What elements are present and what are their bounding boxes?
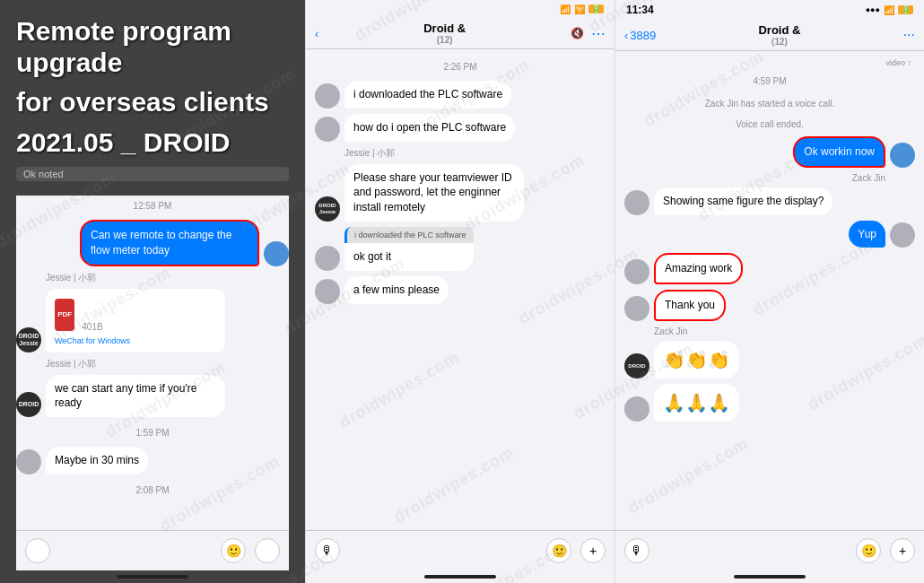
chat-area-3: video ↑ 4:59 PM Zack Jin has started a v…	[615, 51, 924, 530]
emoji-button-3[interactable]: 🙂	[856, 538, 881, 563]
bubble-emoji-2: 🙏🙏🙏	[654, 384, 739, 422]
nav-title-3: Droid & (12)	[661, 23, 897, 47]
input-bar-2: 🎙 🙂 +	[306, 530, 615, 570]
voice-call-started: Zack Jin has started a voice call.	[624, 99, 915, 109]
message-row-3: Maybe in 30 mins	[16, 447, 289, 474]
timestamp-right-1: 4:59 PM	[624, 76, 915, 86]
msg-row-right-2: Showing same figure the display?	[624, 187, 915, 215]
sent-bubble-highlight: Can we remote to change the flow meter t…	[80, 220, 259, 266]
avatar-mid-3	[315, 246, 340, 271]
sender-label: Jessie | 小郭	[46, 272, 289, 284]
quoted-text: i downloaded the PLC software	[344, 227, 474, 243]
status-bar-3: 11:34 ●●● 📶 🔋	[615, 0, 924, 20]
avatar	[264, 241, 289, 266]
bubble-mid-3: Please share your teamviewer ID and pass…	[344, 164, 524, 222]
status-bar-2: 📶🛜🔋	[306, 0, 615, 18]
nav-title-2: Droid & (12)	[324, 22, 565, 45]
quoted-bubble-container: i downloaded the PLC software ok got it	[344, 227, 474, 271]
time-3: 11:34	[626, 4, 654, 16]
phone-panel-3: 11:34 ●●● 📶 🔋 ‹ 3889 Droid & (12) ··· vi…	[615, 0, 924, 583]
mic-button[interactable]: 🎙	[25, 538, 50, 563]
status-icons-2: 📶🛜🔋	[560, 4, 604, 14]
nav-back-2[interactable]: ‹	[315, 27, 318, 40]
avatar-right-2	[624, 190, 649, 215]
nav-back-3[interactable]: ‹ 3889	[624, 29, 656, 42]
avatar-mid-5	[315, 279, 340, 304]
bubble-right-4: Amazing work	[654, 253, 743, 284]
message-row-2: DROID we can start any time if you're re…	[16, 375, 289, 418]
input-bar-3: 🎙 🙂 +	[615, 530, 924, 570]
avatar-mid-1	[315, 83, 340, 109]
bubble-right-3: Yup	[849, 221, 885, 248]
home-indicator-1	[16, 570, 289, 583]
video-label: video ↑	[624, 58, 915, 67]
home-bar	[117, 575, 188, 579]
msg-row-right-4: Amazing work	[624, 253, 915, 284]
emoji-button[interactable]: 🙂	[221, 538, 246, 563]
avatar-right-4	[624, 259, 649, 284]
msg-row-mid-3: DROIDJessie Please share your teamviewer…	[315, 164, 606, 222]
add-button-3[interactable]: +	[890, 538, 915, 563]
bubble-right-5: Thank you	[654, 290, 726, 321]
add-button-2[interactable]: +	[580, 538, 606, 563]
msg-row-right-3: Yup	[624, 221, 915, 248]
timestamp-3: 2:08 PM	[16, 485, 289, 495]
home-indicator-2	[306, 570, 615, 583]
msg-row-mid-quote: i downloaded the PLC software ok got it	[315, 227, 606, 271]
bubble-right-1: Ok workin now	[793, 136, 885, 168]
bubble-mid-5: a few mins please	[344, 276, 449, 304]
timestamp-2: 1:59 PM	[16, 428, 289, 438]
input-bar-1: 🎙 🙂 +	[16, 530, 289, 570]
file-info: Steps of Remote Control A...tance 2.pdf …	[82, 296, 216, 334]
msg-row-right-1: Ok workin now	[624, 136, 915, 168]
avatar-right-5	[624, 296, 649, 321]
nav-bar-2: ‹ Droid & (12) 🔇 ⋯	[306, 18, 615, 49]
page-title-3: 2021.05 _ DROID	[16, 127, 289, 159]
message-row: Can we remote to change the flow meter t…	[16, 220, 289, 266]
title-panel: Remote program upgrade for overseas clie…	[0, 0, 305, 583]
sender-label-2: Jessie | 小郭	[46, 358, 289, 370]
file-source: WeChat for Windows	[55, 336, 216, 345]
avatar-mid-2	[315, 117, 340, 142]
bubble-emoji-1: 👏👏👏	[654, 341, 739, 379]
mic-button-3[interactable]: 🎙	[624, 538, 649, 563]
nav-bar-3: ‹ 3889 Droid & (12) ···	[615, 20, 924, 51]
avatar-droid-2: DROID	[16, 392, 41, 417]
msg-row-right-5: Thank you	[624, 290, 915, 321]
file-bubble: PDF Steps of Remote Control A...tance 2.…	[46, 289, 225, 352]
emoji-button-2[interactable]: 🙂	[546, 538, 571, 563]
chat-area-2: 2:26 PM i downloaded the PLC software ho…	[306, 49, 615, 530]
timestamp-mid-1: 2:26 PM	[315, 62, 606, 72]
voice-call-ended: Voice call ended.	[624, 119, 915, 129]
home-indicator-3	[615, 570, 924, 583]
page-title: Remote program upgrade	[16, 16, 289, 78]
home-bar-3	[734, 575, 806, 579]
file-row: DROIDJessie PDF Steps of Remote Control …	[16, 289, 289, 352]
emoji-text-1: 👏👏👏	[663, 350, 730, 370]
add-button[interactable]: +	[255, 538, 280, 563]
emoji-text-2: 🙏🙏🙏	[663, 393, 730, 413]
mic-button-2[interactable]: 🎙	[315, 538, 340, 563]
bubble-mid-4: ok got it	[344, 243, 474, 271]
avatar-right-3	[890, 222, 915, 248]
pdf-icon: PDF	[55, 299, 74, 331]
status-icons-3: ●●● 📶 🔋	[866, 5, 913, 15]
received-bubble-2: Maybe in 30 mins	[46, 447, 148, 474]
avatar-user	[16, 449, 41, 474]
avatar-right-1	[890, 143, 915, 168]
timestamp-1: 12:58 PM	[16, 201, 289, 211]
avatar-droid-r: DROID	[624, 353, 649, 379]
msg-row-emoji-1: DROID 👏👏👏	[624, 341, 915, 379]
bubble-right-2: Showing same figure the display?	[654, 187, 832, 215]
home-bar-2	[424, 575, 496, 579]
sender-mid: Jessie | 小郭	[344, 147, 606, 160]
avatar-droid: DROIDJessie	[16, 327, 41, 352]
nav-actions-3: ···	[903, 27, 915, 43]
ok-noted-badge: Ok noted	[16, 167, 289, 181]
page-title-2: for overseas clients	[16, 87, 289, 118]
more-button-3[interactable]: ···	[903, 27, 915, 43]
bubble-mid-1: i downloaded the PLC software	[344, 81, 511, 109]
nav-actions-2: 🔇 ⋯	[571, 25, 606, 42]
msg-row-emoji-2: 🙏🙏🙏	[624, 384, 915, 422]
msg-row-mid-2: how do i open the PLC software	[315, 114, 606, 142]
